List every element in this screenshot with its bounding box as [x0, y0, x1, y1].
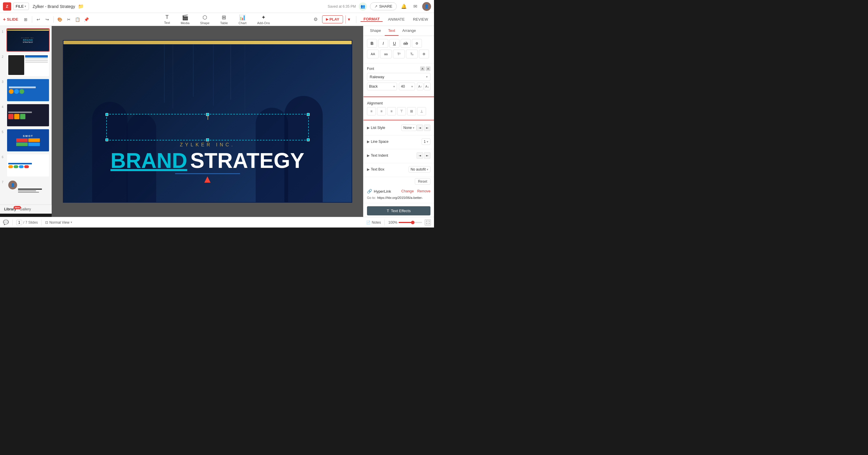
indent-decrease[interactable]: ⇤: [424, 152, 430, 159]
main-area: 1 ZYLKER INC. BRAND STRATEGY 2: [0, 26, 434, 217]
slide-image-6[interactable]: [6, 154, 50, 177]
slide-thumb-5[interactable]: 5 SWOT: [2, 129, 50, 152]
slide-thumb-1[interactable]: 1 ZYLKER INC. BRAND STRATEGY: [2, 28, 50, 52]
font-name-selector[interactable]: Raleway ▾: [367, 73, 430, 81]
collaborators-icon[interactable]: 👥: [359, 2, 367, 11]
share-button[interactable]: ↗ SHARE: [370, 2, 397, 10]
shape-tool[interactable]: ⬡ Shape: [198, 13, 212, 25]
align-bottom-button[interactable]: ⊥: [417, 107, 426, 116]
tab-format[interactable]: FORMAT: [361, 17, 383, 22]
text-tool[interactable]: T Text: [162, 13, 173, 25]
slide-image-3[interactable]: [6, 78, 50, 102]
list-icon-indent[interactable]: ⇥: [416, 125, 423, 131]
reset-button[interactable]: Reset: [415, 178, 430, 185]
tab-arrange[interactable]: Arrange: [399, 26, 419, 36]
slide-thumb-3[interactable]: 3: [2, 78, 50, 102]
slide-image-7[interactable]: 👤: [6, 179, 50, 202]
line-space-selector[interactable]: 1 ▾: [422, 138, 430, 145]
line-space-expand[interactable]: ▶: [367, 139, 370, 144]
text-shadow-button[interactable]: ⚙: [412, 39, 422, 48]
zoom-slider[interactable]: [399, 222, 422, 223]
list-icon-outdent[interactable]: ⇤: [424, 125, 430, 131]
underline-button[interactable]: U: [390, 39, 399, 48]
selection-box[interactable]: [106, 114, 309, 140]
text-indent-expand[interactable]: ▶: [367, 154, 370, 158]
italic-button[interactable]: I: [378, 39, 388, 48]
slide-thumb-4[interactable]: 4: [2, 104, 50, 127]
change-link-button[interactable]: Change: [401, 189, 414, 193]
chart-tool[interactable]: 📊 Chart: [236, 13, 249, 25]
font-settings-button[interactable]: ⚙: [419, 50, 429, 58]
handle-top-right[interactable]: [307, 113, 310, 116]
table-tool[interactable]: ⊞ Table: [218, 13, 230, 25]
handle-top-middle[interactable]: [206, 113, 209, 116]
canvas-area[interactable]: ZYLKER INC. BRANDSTRATEGY ▲: [52, 26, 363, 217]
layout-button[interactable]: ⊞: [22, 15, 30, 23]
slide-thumb-6[interactable]: 6: [2, 154, 50, 177]
text-effects-button[interactable]: T Text Effects: [367, 206, 430, 216]
uppercase-button[interactable]: AA: [367, 50, 379, 58]
font-color-selector[interactable]: Black ▾: [367, 83, 397, 90]
bold-button[interactable]: B: [367, 39, 377, 48]
strikethrough-button[interactable]: ab: [401, 39, 411, 48]
align-left-button[interactable]: ≡: [367, 107, 376, 116]
undo-button[interactable]: ↩: [35, 15, 42, 23]
handle-bottom-left[interactable]: [105, 138, 108, 141]
superscript-button[interactable]: T²: [393, 50, 405, 58]
font-bigger-button[interactable]: A: [426, 66, 430, 71]
zoom-slider-thumb[interactable]: [411, 221, 414, 224]
cut-button[interactable]: ✂: [65, 15, 73, 23]
file-button[interactable]: FILE ▾: [13, 3, 29, 10]
bell-button[interactable]: 🔔: [400, 2, 408, 11]
lowercase-button[interactable]: aa: [380, 50, 392, 58]
view-selector[interactable]: ⊡ Normal View ▾: [45, 220, 72, 225]
text-box-selector[interactable]: No autofit ▾: [409, 166, 430, 173]
media-tool[interactable]: 🎬 Media: [178, 13, 192, 25]
text-box-expand[interactable]: ▶: [367, 167, 370, 171]
handle-bottom-right[interactable]: [307, 138, 310, 141]
tab-text[interactable]: Text: [385, 26, 399, 36]
subscript-button[interactable]: T₂: [406, 50, 418, 58]
slide-image-1[interactable]: ZYLKER INC. BRAND STRATEGY: [6, 28, 50, 52]
handle-top-left[interactable]: [105, 113, 108, 116]
indent-increase[interactable]: ⇥: [416, 152, 423, 159]
remove-link-button[interactable]: Remove: [417, 189, 430, 193]
font-color-swatch[interactable]: A: [420, 66, 425, 71]
slide-image-2[interactable]: [6, 54, 50, 77]
align-center-button[interactable]: ≡: [377, 107, 386, 116]
tab-shape[interactable]: Shape: [366, 26, 385, 36]
current-slide-input[interactable]: [16, 220, 22, 225]
addons-tool[interactable]: ✦ Add-Ons: [255, 13, 272, 25]
library-button[interactable]: Library New: [2, 206, 18, 212]
tab-review[interactable]: REVIEW: [410, 17, 431, 22]
list-style-expand[interactable]: ▶: [367, 126, 370, 130]
align-middle-button[interactable]: ⊞: [407, 107, 416, 116]
notes-button[interactable]: 📄 Notes: [366, 220, 381, 225]
chat-button[interactable]: 💬: [3, 220, 9, 225]
tab-animate[interactable]: ANIMATE: [385, 17, 408, 22]
slide-thumb-2[interactable]: 2: [2, 54, 50, 77]
font-size-selector[interactable]: 40 ▾: [399, 83, 415, 90]
font-size-decrease[interactable]: A↓: [424, 83, 430, 90]
play-button[interactable]: ▶ PLAY: [322, 15, 343, 23]
font-size-increase[interactable]: A↑: [417, 83, 423, 90]
align-top-button[interactable]: ⊤: [397, 107, 406, 116]
fullscreen-button[interactable]: ⛶: [425, 219, 431, 226]
list-style-selector[interactable]: None ▾: [401, 125, 416, 131]
slide-image-5[interactable]: SWOT: [6, 129, 50, 152]
play-dropdown[interactable]: ▾: [345, 15, 352, 24]
user-avatar[interactable]: 👤: [422, 2, 431, 11]
handle-bottom-middle[interactable]: [206, 138, 209, 141]
settings-button[interactable]: ⚙: [311, 15, 320, 24]
slide-thumb-7[interactable]: 7 👤: [2, 179, 50, 202]
copy-button[interactable]: 📋: [74, 15, 82, 23]
paste-button[interactable]: 📌: [83, 15, 90, 23]
mail-button[interactable]: ✉: [411, 2, 419, 11]
align-right-button[interactable]: ≡: [387, 107, 396, 116]
brand-strategy-text[interactable]: BRANDSTRATEGY: [111, 149, 304, 173]
slide-editor[interactable]: ZYLKER INC. BRANDSTRATEGY ▲: [63, 40, 352, 203]
paint-format-button[interactable]: 🎨: [56, 15, 64, 23]
redo-button[interactable]: ↪: [43, 15, 51, 23]
add-slide-button[interactable]: + SLIDE: [3, 17, 18, 22]
slide-image-4[interactable]: [6, 104, 50, 127]
